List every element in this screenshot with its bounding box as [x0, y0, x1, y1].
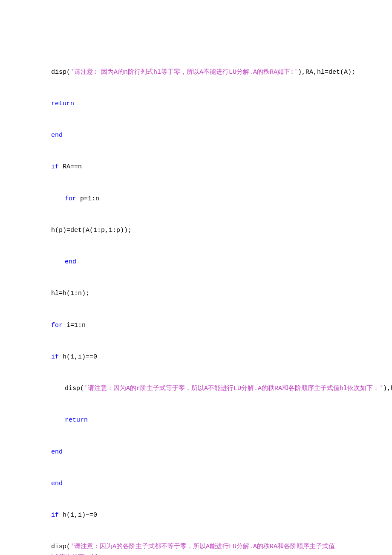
code-line: for p=1:n [51, 194, 341, 205]
code-line: if h(1,i)==0 [51, 352, 341, 363]
code-line: hl=h(1:n); [51, 289, 341, 299]
code-block: disp('请注意: 因为A的n阶行列式hl等于零，所以A不能进行LU分解.A的… [51, 46, 341, 555]
code-line: end [51, 447, 341, 458]
code-line: end [51, 257, 341, 268]
code-line: return [51, 415, 341, 426]
code-line: return [51, 99, 341, 110]
code-line: if RA==n [51, 162, 341, 173]
code-line: for i=1:n [51, 321, 341, 331]
code-line: disp('请注意: 因为A的n阶行列式hl等于零，所以A不能进行LU分解.A的… [51, 67, 341, 78]
code-line: disp('请注意：因为A的各阶主子式都不等于零，所以A能进行LU分解.A的秩R… [51, 542, 341, 555]
code-line: disp('请注意：因为A的r阶主子式等于零，所以A不能进行LU分解.A的秩RA… [51, 384, 341, 394]
document-page: disp('请注意: 因为A的n阶行列式hl等于零，所以A不能进行LU分解.A的… [0, 0, 392, 555]
code-line: end [51, 130, 341, 141]
code-line: h(p)=det(A(1:p,1:p)); [51, 225, 341, 236]
code-line: end [51, 479, 341, 489]
code-line: if h(1,i)~=0 [51, 510, 341, 521]
